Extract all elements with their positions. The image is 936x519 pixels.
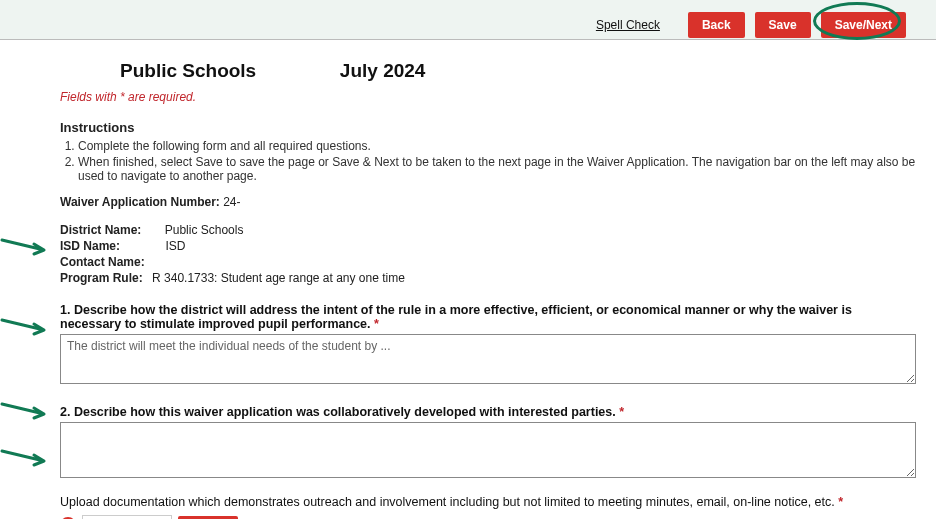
annotation-arrow-icon	[0, 447, 50, 467]
top-toolbar: Spell Check Back Save Save/Next	[0, 0, 936, 40]
district-name-label: District Name:	[60, 223, 141, 237]
instruction-item: Complete the following form and all requ…	[78, 139, 916, 153]
title-district: Public Schools	[120, 60, 256, 82]
page-title-row: Public Schools July 2024	[60, 60, 916, 82]
isd-name-row: ISD Name: ISD	[60, 239, 916, 253]
contact-name-row: Contact Name:	[60, 255, 916, 269]
district-name-value: Public Schools	[165, 223, 244, 237]
question-2-label: 2. Describe how this waiver application …	[60, 405, 916, 419]
required-asterisk: *	[619, 405, 624, 419]
required-fields-note: Fields with * are required.	[60, 90, 916, 104]
waiver-number-value: 24-	[223, 195, 240, 209]
question-2-textarea[interactable]	[60, 422, 916, 478]
required-asterisk: *	[838, 495, 843, 509]
file-name-slot	[82, 515, 172, 519]
program-rule-value: R 340.1733: Student age range at any one…	[152, 271, 405, 285]
district-name-row: District Name: Public Schools	[60, 223, 916, 237]
page-body: Public Schools July 2024 Fields with * a…	[0, 40, 936, 519]
contact-name-label: Contact Name:	[60, 255, 145, 269]
title-month: July 2024	[340, 60, 426, 82]
waiver-number-label: Waiver Application Number:	[60, 195, 220, 209]
save-button[interactable]: Save	[755, 12, 811, 38]
annotation-arrow-icon	[0, 236, 50, 256]
instructions-heading: Instructions	[60, 120, 916, 135]
question-1-label: 1. Describe how the district will addres…	[60, 303, 916, 331]
save-next-button[interactable]: Save/Next	[821, 12, 906, 38]
waiver-number-row: Waiver Application Number: 24-	[60, 195, 916, 209]
question-1-textarea[interactable]	[60, 334, 916, 384]
instruction-item: When finished, select Save to save the p…	[78, 155, 916, 183]
upload-label: Upload documentation which demonstrates …	[60, 495, 843, 509]
spell-check-link[interactable]: Spell Check	[596, 18, 660, 32]
instructions-block: Instructions Complete the following form…	[60, 120, 916, 183]
program-rule-row: Program Rule: R 340.1733: Student age ra…	[60, 271, 916, 285]
annotation-arrow-icon	[0, 400, 50, 420]
required-asterisk: *	[374, 317, 379, 331]
back-button[interactable]: Back	[688, 12, 745, 38]
annotation-arrow-icon	[0, 316, 50, 336]
program-rule-label: Program Rule:	[60, 271, 143, 285]
isd-name-label: ISD Name:	[60, 239, 120, 253]
isd-name-value: ISD	[165, 239, 185, 253]
